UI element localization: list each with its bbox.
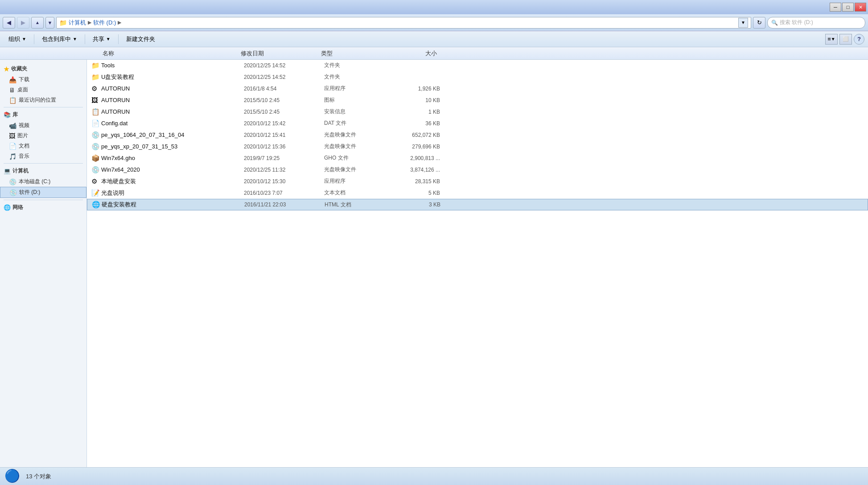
table-row[interactable]: 💿pe_yqs_xp_20_07_31_15_532020/10/12 15:3…: [87, 141, 868, 152]
sidebar-item-recent[interactable]: 📋 最近访问的位置: [0, 95, 86, 105]
breadcrumb-dropdown[interactable]: ▼: [738, 18, 748, 28]
sidebar-library-header[interactable]: 📚 库: [0, 109, 86, 120]
file-name: 本地硬盘安装: [101, 177, 244, 185]
file-icon: ⚙: [91, 177, 101, 185]
col-size-header[interactable]: 大小: [392, 49, 446, 58]
preview-pane-button[interactable]: ⬜: [839, 34, 852, 45]
share-button[interactable]: 共享 ▼: [88, 33, 115, 45]
sidebar-item-video[interactable]: 📹 视频: [0, 120, 86, 131]
file-name: pe_yqs_1064_20_07_31_16_04: [101, 132, 244, 138]
file-size: 2,900,813 ...: [395, 155, 449, 161]
share-dropdown-icon: ▼: [106, 37, 111, 41]
file-name: 硬盘安装教程: [102, 201, 244, 209]
music-icon: 🎵: [9, 153, 16, 160]
sidebar-ddrive-label: 软件 (D:): [19, 189, 40, 196]
file-name: pe_yqs_xp_20_07_31_15_53: [101, 143, 244, 150]
refresh-button[interactable]: ↻: [753, 17, 765, 29]
main-area: ★ 收藏夹 📥 下载 🖥 桌面 📋 最近访问的位置 📚 库: [0, 60, 868, 467]
sidebar-item-desktop[interactable]: 🖥 桌面: [0, 85, 86, 95]
file-date: 2020/10/12 15:30: [244, 178, 324, 185]
file-type: 应用程序: [324, 85, 395, 92]
sidebar-item-ddrive[interactable]: 💿 软件 (D:): [0, 187, 86, 198]
table-row[interactable]: 🌐硬盘安装教程2016/11/21 22:03HTML 文档3 KB: [87, 199, 868, 210]
table-row[interactable]: 📦Win7x64.gho2019/9/7 19:25GHO 文件2,900,81…: [87, 152, 868, 164]
file-icon: 📁: [91, 62, 101, 70]
table-row[interactable]: 🖼AUTORUN2015/5/10 2:45图标10 KB: [87, 95, 868, 106]
table-row[interactable]: 📁U盘安装教程2020/12/25 14:52文件夹: [87, 71, 868, 83]
table-row[interactable]: ⚙本地硬盘安装2020/10/12 15:30应用程序28,315 KB: [87, 176, 868, 187]
new-folder-label: 新建文件夹: [126, 35, 155, 43]
sidebar-download-label: 下载: [19, 76, 29, 83]
file-date: 2020/12/25 14:52: [244, 62, 324, 69]
col-date-header[interactable]: 修改日期: [241, 49, 321, 58]
table-row[interactable]: 💿Win7x64_20202020/12/25 11:32光盘映像文件3,874…: [87, 164, 868, 176]
sidebar-computer-section: 💻 计算机 💿 本地磁盘 (C:) 💿 软件 (D:): [0, 165, 86, 198]
file-size: 36 KB: [395, 120, 449, 127]
file-type: 文本文档: [324, 189, 395, 197]
breadcrumb-drive[interactable]: 软件 (D:): [93, 19, 116, 27]
sidebar-item-cdrive[interactable]: 💿 本地磁盘 (C:): [0, 177, 86, 187]
sidebar-divider-2: [4, 163, 83, 164]
network-icon: 🌐: [4, 204, 11, 211]
file-icon: 💿: [91, 166, 101, 174]
sidebar-item-music[interactable]: 🎵 音乐: [0, 151, 86, 161]
file-type: 光盘映像文件: [324, 143, 395, 150]
recent-locations-button[interactable]: ▼: [45, 17, 54, 29]
file-icon: 📋: [91, 108, 101, 116]
maximize-button[interactable]: □: [842, 3, 854, 12]
col-type-header[interactable]: 类型: [321, 49, 392, 58]
file-type: 文件夹: [324, 62, 395, 69]
table-row[interactable]: ⚙AUTORUN2016/1/8 4:54应用程序1,926 KB: [87, 83, 868, 95]
sidebar-item-pictures[interactable]: 🖼 图片: [0, 131, 86, 141]
sidebar-favorites-section: ★ 收藏夹 📥 下载 🖥 桌面 📋 最近访问的位置: [0, 63, 86, 105]
sidebar-item-documents[interactable]: 📄 文档: [0, 141, 86, 151]
up-button[interactable]: ▲: [31, 17, 44, 29]
file-date: 2020/12/25 11:32: [244, 167, 324, 173]
organize-label: 组织: [8, 35, 20, 43]
close-button[interactable]: ✕: [855, 3, 866, 12]
file-date: 2016/1/8 4:54: [244, 86, 324, 92]
breadcrumb-computer[interactable]: 计算机: [69, 19, 86, 27]
sidebar-documents-label: 文档: [19, 142, 29, 150]
preview-icon: ⬜: [843, 36, 849, 42]
back-button[interactable]: ◀: [3, 17, 15, 29]
view-options-button[interactable]: ≡ ▼: [825, 34, 838, 45]
sidebar-item-download[interactable]: 📥 下载: [0, 74, 86, 85]
file-date: 2016/10/23 7:07: [244, 190, 324, 196]
sidebar-computer-header[interactable]: 💻 计算机: [0, 165, 86, 177]
forward-button[interactable]: ▶: [17, 17, 29, 29]
file-date: 2020/10/12 15:42: [244, 120, 324, 127]
file-type: 应用程序: [324, 177, 395, 185]
file-name: Win7x64_2020: [101, 166, 244, 173]
help-button[interactable]: ?: [854, 34, 864, 45]
table-row[interactable]: 📁Tools2020/12/25 14:52文件夹: [87, 60, 868, 71]
table-row[interactable]: 📄Config.dat2020/10/12 15:42DAT 文件36 KB: [87, 118, 868, 129]
sidebar-favorites-header[interactable]: ★ 收藏夹: [0, 63, 86, 74]
file-icon: 💿: [91, 143, 101, 151]
download-icon: 📥: [9, 76, 16, 83]
breadcrumb-sep-2: ▶: [118, 20, 121, 25]
organize-button[interactable]: 组织 ▼: [4, 33, 31, 45]
pictures-icon: 🖼: [9, 132, 15, 140]
table-row[interactable]: 📋AUTORUN2015/5/10 2:45安装信息1 KB: [87, 106, 868, 118]
table-row[interactable]: 📝光盘说明2016/10/23 7:07文本文档5 KB: [87, 187, 868, 199]
statusbar-count: 13 个对象: [26, 473, 51, 481]
search-box[interactable]: 🔍 搜索 软件 (D:): [767, 17, 865, 29]
file-date: 2020/10/12 15:41: [244, 132, 324, 138]
toolbar-right: ≡ ▼ ⬜ ?: [825, 34, 864, 45]
include-library-button[interactable]: 包含到库中 ▼: [37, 33, 82, 45]
table-row[interactable]: 💿pe_yqs_1064_20_07_31_16_042020/10/12 15…: [87, 129, 868, 141]
file-icon: 📄: [91, 119, 101, 127]
file-size: 10 KB: [395, 97, 449, 103]
statusbar-icon: 🔵: [4, 469, 21, 485]
col-name-header[interactable]: 名称: [89, 49, 241, 58]
file-icon: 🖼: [91, 96, 101, 104]
file-date: 2015/5/10 2:45: [244, 97, 324, 103]
sidebar-recent-label: 最近访问的位置: [19, 96, 56, 104]
sidebar-network-header[interactable]: 🌐 网络: [0, 202, 86, 213]
organize-dropdown-icon: ▼: [22, 37, 26, 41]
minimize-button[interactable]: ─: [830, 3, 841, 12]
sidebar-cdrive-label: 本地磁盘 (C:): [19, 178, 50, 185]
sidebar-divider-3: [4, 200, 83, 200]
new-folder-button[interactable]: 新建文件夹: [121, 33, 160, 45]
